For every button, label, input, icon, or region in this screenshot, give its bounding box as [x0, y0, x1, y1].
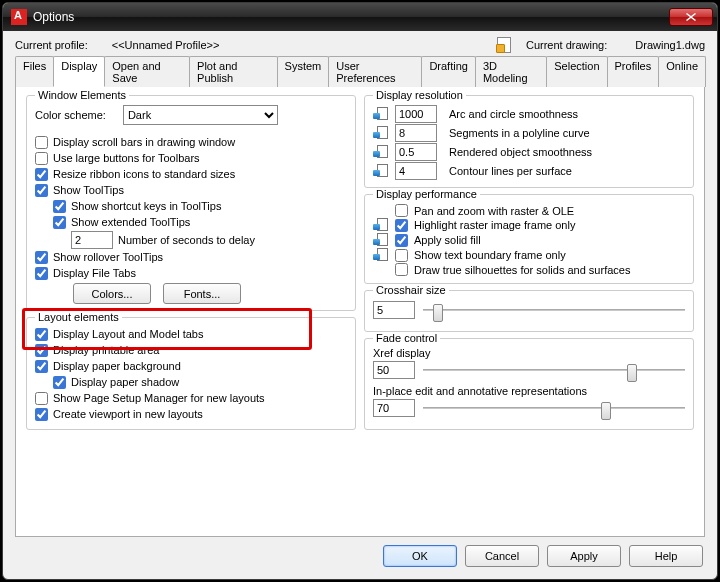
- drawing-label: Current drawing:: [526, 39, 607, 51]
- true-silhouettes-checkbox[interactable]: [395, 263, 408, 276]
- printable-area-checkbox[interactable]: [35, 344, 48, 357]
- paper-background-checkbox[interactable]: [35, 360, 48, 373]
- xref-display-input[interactable]: [373, 361, 415, 379]
- window-elements-group: Window Elements Color scheme: Dark Displ…: [26, 95, 356, 311]
- dialog-footer: OK Cancel Apply Help: [3, 537, 717, 575]
- xref-display-label: Xref display: [373, 347, 685, 359]
- pan-zoom-raster-checkbox[interactable]: [395, 204, 408, 217]
- resolution-input-2[interactable]: [395, 143, 437, 161]
- dwg-icon: [373, 145, 389, 159]
- pan-zoom-raster-label: Pan and zoom with raster & OLE: [414, 205, 574, 217]
- paper-background-label: Display paper background: [53, 359, 181, 374]
- large-buttons-checkbox[interactable]: [35, 152, 48, 165]
- layout-model-tabs-label: Display Layout and Model tabs: [53, 327, 203, 342]
- tooltip-delay-label: Number of seconds to delay: [118, 233, 255, 248]
- resolution-label-0: Arc and circle smoothness: [449, 108, 578, 120]
- options-dialog: Options Current profile: <<Unnamed Profi…: [2, 2, 718, 580]
- inplace-edit-slider[interactable]: [423, 400, 685, 416]
- text-boundary-checkbox[interactable]: [395, 249, 408, 262]
- tab-system[interactable]: System: [277, 56, 330, 87]
- text-boundary-label: Show text boundary frame only: [414, 249, 566, 261]
- tab-user-preferences[interactable]: User Preferences: [328, 56, 422, 87]
- show-tooltips-label: Show ToolTips: [53, 183, 124, 198]
- file-tabs-checkbox[interactable]: [35, 267, 48, 280]
- resolution-input-3[interactable]: [395, 162, 437, 180]
- tab-display-content: Window Elements Color scheme: Dark Displ…: [15, 87, 705, 537]
- tab-open-and-save[interactable]: Open and Save: [104, 56, 190, 87]
- paper-shadow-checkbox[interactable]: [53, 376, 66, 389]
- fonts-button[interactable]: Fonts...: [163, 283, 241, 304]
- display-performance-title: Display performance: [373, 188, 480, 200]
- resize-ribbon-label: Resize ribbon icons to standard sizes: [53, 167, 235, 182]
- page-setup-manager-label: Show Page Setup Manager for new layouts: [53, 391, 265, 406]
- dwg-icon: [496, 37, 512, 53]
- layout-elements-title: Layout elements: [35, 311, 122, 323]
- page-setup-manager-checkbox[interactable]: [35, 392, 48, 405]
- highlight-raster-label: Highlight raster image frame only: [414, 219, 575, 231]
- fade-control-title: Fade control: [373, 332, 440, 344]
- profile-bar: Current profile: <<Unnamed Profile>> Cur…: [3, 31, 717, 55]
- resolution-input-1[interactable]: [395, 124, 437, 142]
- app-icon: [11, 9, 27, 25]
- drawing-value: Drawing1.dwg: [635, 39, 705, 51]
- tab-files[interactable]: Files: [15, 56, 54, 87]
- color-scheme-select[interactable]: Dark: [123, 105, 278, 125]
- create-viewport-checkbox[interactable]: [35, 408, 48, 421]
- highlight-raster-checkbox[interactable]: [395, 219, 408, 232]
- tab-online[interactable]: Online: [658, 56, 706, 87]
- close-button[interactable]: [669, 8, 713, 26]
- tab-strip: FilesDisplayOpen and SavePlot and Publis…: [15, 55, 705, 87]
- tab-profiles[interactable]: Profiles: [607, 56, 660, 87]
- resolution-label-1: Segments in a polyline curve: [449, 127, 590, 139]
- dwg-icon: [373, 164, 389, 178]
- true-silhouettes-label: Draw true silhouettes for solids and sur…: [414, 264, 630, 276]
- create-viewport-label: Create viewport in new layouts: [53, 407, 203, 422]
- resolution-label-2: Rendered object smoothness: [449, 146, 592, 158]
- fade-control-group: Fade control Xref display In-place edit …: [364, 338, 694, 430]
- shortcut-keys-checkbox[interactable]: [53, 200, 66, 213]
- scrollbars-checkbox[interactable]: [35, 136, 48, 149]
- tab-3d-modeling[interactable]: 3D Modeling: [475, 56, 547, 87]
- titlebar[interactable]: Options: [3, 3, 717, 31]
- tab-selection[interactable]: Selection: [546, 56, 607, 87]
- shortcut-keys-label: Show shortcut keys in ToolTips: [71, 199, 221, 214]
- dwg-icon: [373, 107, 389, 121]
- tab-drafting[interactable]: Drafting: [421, 56, 476, 87]
- dwg-icon: [373, 126, 389, 140]
- resize-ribbon-checkbox[interactable]: [35, 168, 48, 181]
- layout-elements-group: Layout elements Display Layout and Model…: [26, 317, 356, 430]
- tab-plot-and-publish[interactable]: Plot and Publish: [189, 56, 278, 87]
- file-tabs-label: Display File Tabs: [53, 266, 136, 281]
- solid-fill-checkbox[interactable]: [395, 234, 408, 247]
- help-button[interactable]: Help: [629, 545, 703, 567]
- crosshair-size-slider[interactable]: [423, 302, 685, 318]
- dwg-icon: [373, 218, 389, 232]
- cancel-button[interactable]: Cancel: [465, 545, 539, 567]
- dwg-icon: [373, 248, 389, 262]
- large-buttons-label: Use large buttons for Toolbars: [53, 151, 200, 166]
- display-resolution-group: Display resolution Arc and circle smooth…: [364, 95, 694, 188]
- rollover-tooltips-checkbox[interactable]: [35, 251, 48, 264]
- show-tooltips-checkbox[interactable]: [35, 184, 48, 197]
- ok-button[interactable]: OK: [383, 545, 457, 567]
- solid-fill-label: Apply solid fill: [414, 234, 481, 246]
- inplace-edit-input[interactable]: [373, 399, 415, 417]
- inplace-edit-label: In-place edit and annotative representat…: [373, 385, 685, 397]
- extended-tooltips-label: Show extended ToolTips: [71, 215, 190, 230]
- apply-button[interactable]: Apply: [547, 545, 621, 567]
- window-title: Options: [33, 10, 669, 24]
- display-resolution-title: Display resolution: [373, 89, 466, 101]
- paper-shadow-label: Display paper shadow: [71, 375, 179, 390]
- rollover-tooltips-label: Show rollover ToolTips: [53, 250, 163, 265]
- resolution-input-0[interactable]: [395, 105, 437, 123]
- colors-button[interactable]: Colors...: [73, 283, 151, 304]
- xref-display-slider[interactable]: [423, 362, 685, 378]
- layout-model-tabs-checkbox[interactable]: [35, 328, 48, 341]
- printable-area-label: Display printable area: [53, 343, 159, 358]
- crosshair-size-input[interactable]: [373, 301, 415, 319]
- tab-display[interactable]: Display: [53, 56, 105, 87]
- tooltip-delay-input[interactable]: [71, 231, 113, 249]
- profile-label: Current profile:: [15, 39, 88, 51]
- dwg-icon: [373, 233, 389, 247]
- extended-tooltips-checkbox[interactable]: [53, 216, 66, 229]
